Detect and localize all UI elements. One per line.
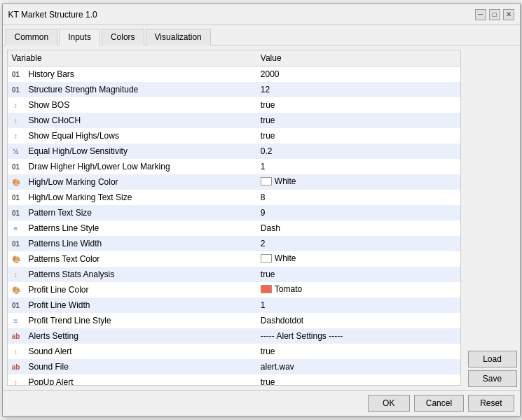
- row-variable: High/Low Marking Color: [25, 174, 256, 190]
- close-button[interactable]: ✕: [503, 9, 514, 20]
- row-value: 8: [256, 190, 460, 205]
- row-variable: Show Equal Highs/Lows: [25, 128, 256, 144]
- row-variable: Profit Line Color: [25, 282, 256, 298]
- cancel-button[interactable]: Cancel: [414, 395, 464, 412]
- load-save-panel: Load Save: [465, 46, 520, 390]
- row-value: true: [256, 97, 460, 113]
- load-button[interactable]: Load: [468, 351, 517, 368]
- table-row: ≡Patterns Line StyleDash: [8, 220, 460, 236]
- table-row: 01Profit Line Width1: [8, 298, 460, 313]
- row-icon: 01: [8, 205, 25, 220]
- table-row: abSound Filealert.wav: [8, 359, 460, 374]
- row-icon: 01: [8, 66, 25, 82]
- table-row: 01History Bars2000: [8, 66, 460, 82]
- main-window: KT Market Structure 1.0 ─ □ ✕ Common Inp…: [2, 4, 521, 416]
- inputs-table: Variable Value 01History Bars200001Struc…: [7, 50, 461, 386]
- dialog-buttons: OK Cancel Reset: [3, 390, 520, 416]
- color-label: White: [275, 176, 296, 186]
- minimize-button[interactable]: ─: [475, 9, 486, 20]
- row-variable: Patterns Line Width: [25, 236, 256, 251]
- col-variable: Variable: [8, 50, 256, 66]
- row-value: true: [256, 374, 460, 386]
- row-variable: Draw Higher High/Lower Low Marking: [25, 159, 256, 174]
- title-bar: KT Market Structure 1.0 ─ □ ✕: [3, 4, 520, 25]
- row-icon: ↕: [8, 267, 25, 282]
- row-variable: Profit Line Width: [25, 298, 256, 313]
- tab-visualization[interactable]: Visualization: [146, 29, 211, 46]
- row-icon: 01: [8, 159, 25, 174]
- row-variable: Show CHoCH: [25, 113, 256, 128]
- row-value: 2: [256, 236, 460, 251]
- main-area: Variable Value 01History Bars200001Struc…: [3, 46, 520, 390]
- row-variable: High/Low Marking Text Size: [25, 190, 256, 205]
- row-variable: PopUp Alert: [25, 374, 256, 386]
- row-value: Tomato: [256, 282, 460, 298]
- table-row: 01High/Low Marking Text Size8: [8, 190, 460, 205]
- table-row: 01Pattern Text Size9: [8, 205, 460, 220]
- table-row: ↕Show CHoCHtrue: [8, 113, 460, 128]
- row-icon: 🎨: [8, 282, 25, 298]
- table-row: 01Draw Higher High/Lower Low Marking1: [8, 159, 460, 174]
- tab-inputs[interactable]: Inputs: [59, 29, 100, 46]
- row-variable: History Bars: [25, 66, 256, 82]
- row-value: true: [256, 128, 460, 144]
- row-icon: 01: [8, 82, 25, 97]
- row-value: true: [256, 344, 460, 359]
- row-icon: ab: [8, 328, 25, 344]
- table-row: ↕Patterns Stats Analysistrue: [8, 267, 460, 282]
- color-swatch-tomato: [261, 285, 272, 293]
- tab-common[interactable]: Common: [6, 29, 58, 46]
- color-label: Tomato: [275, 284, 302, 294]
- reset-button[interactable]: Reset: [468, 395, 514, 412]
- table-row: ↕Show Equal Highs/Lowstrue: [8, 128, 460, 144]
- row-icon: 01: [8, 298, 25, 313]
- tab-colors[interactable]: Colors: [102, 29, 144, 46]
- row-icon: ↕: [8, 128, 25, 144]
- row-variable: Patterns Text Color: [25, 251, 256, 267]
- table-row: ↕PopUp Alerttrue: [8, 374, 460, 386]
- row-icon: 🎨: [8, 174, 25, 190]
- row-variable: Alerts Setting: [25, 328, 256, 344]
- row-variable: Sound Alert: [25, 344, 256, 359]
- row-icon: 01: [8, 190, 25, 205]
- row-variable: Show BOS: [25, 97, 256, 113]
- row-value: ----- Alert Settings -----: [256, 328, 460, 344]
- table-row: 🎨Patterns Text ColorWhite: [8, 251, 460, 267]
- row-value: true: [256, 113, 460, 128]
- row-icon: ↕: [8, 113, 25, 128]
- row-variable: Profit Trend Line Style: [25, 313, 256, 328]
- window-title: KT Market Structure 1.0: [8, 10, 97, 20]
- row-value: 1: [256, 298, 460, 313]
- table-row: 🎨High/Low Marking ColorWhite: [8, 174, 460, 190]
- table-row: 01Structure Strength Magnitude12: [8, 82, 460, 97]
- row-value: true: [256, 267, 460, 282]
- row-icon: ↕: [8, 374, 25, 386]
- row-icon: ≡: [8, 313, 25, 328]
- table-row: abAlerts Setting----- Alert Settings ---…: [8, 328, 460, 344]
- table-row: ↕Show BOStrue: [8, 97, 460, 113]
- maximize-button[interactable]: □: [489, 9, 500, 20]
- row-icon: 01: [8, 236, 25, 251]
- table-row: ↕Sound Alerttrue: [8, 344, 460, 359]
- ok-button[interactable]: OK: [368, 395, 410, 412]
- table-row: 🎨Profit Line ColorTomato: [8, 282, 460, 298]
- tab-bar: Common Inputs Colors Visualization: [3, 25, 520, 46]
- row-variable: Sound File: [25, 359, 256, 374]
- row-variable: Pattern Text Size: [25, 205, 256, 220]
- row-value: 9: [256, 205, 460, 220]
- color-swatch-white: [261, 177, 272, 186]
- row-icon: 🎨: [8, 251, 25, 267]
- row-variable: Patterns Line Style: [25, 220, 256, 236]
- row-value: Dashdotdot: [256, 313, 460, 328]
- row-value: alert.wav: [256, 359, 460, 374]
- row-value: 1: [256, 159, 460, 174]
- row-icon: ≡: [8, 220, 25, 236]
- table-row: ≡Profit Trend Line StyleDashdotdot: [8, 313, 460, 328]
- row-icon: ab: [8, 359, 25, 374]
- row-value: 2000: [256, 66, 460, 82]
- save-button[interactable]: Save: [468, 370, 517, 387]
- row-value: White: [256, 174, 460, 190]
- color-swatch-white: [261, 254, 272, 262]
- row-icon: ↕: [8, 97, 25, 113]
- row-value: White: [256, 251, 460, 267]
